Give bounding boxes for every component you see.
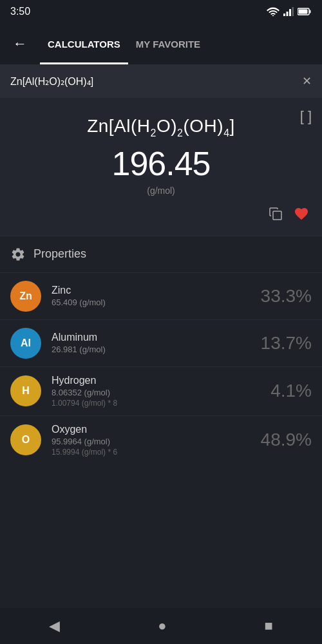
element-mass: 65.409 (g/mol) xyxy=(52,298,251,307)
nav-back-button[interactable]: ◀ xyxy=(33,612,75,639)
element-percent: 13.7% xyxy=(261,333,312,354)
signal-icon xyxy=(283,7,294,16)
svg-rect-4 xyxy=(292,7,294,16)
element-badge-zn: Zn xyxy=(10,281,41,312)
copy-button[interactable] xyxy=(268,206,283,225)
element-name: Hydrogen xyxy=(52,375,260,386)
action-buttons xyxy=(10,206,312,225)
svg-rect-2 xyxy=(287,12,289,16)
element-info-o: Oxygen 95.9964 (g/mol) 15.9994 (g/mol) *… xyxy=(52,424,251,457)
element-mass: 26.981 (g/mol) xyxy=(52,345,251,354)
element-percent: 33.3% xyxy=(261,286,312,307)
element-percent: 4.1% xyxy=(270,381,312,401)
formula-card: [ ] Zn[Al(H2O)2(OH)4] 196.45 (g/mol) xyxy=(0,98,322,236)
clear-button[interactable]: ✕ xyxy=(302,74,312,88)
bottom-nav: ◀ ● ■ xyxy=(0,608,322,644)
element-mass: 8.06352 (g/mol) xyxy=(52,388,260,397)
back-button[interactable]: ← xyxy=(10,33,30,55)
element-name: Zinc xyxy=(52,285,251,296)
svg-rect-3 xyxy=(289,9,291,16)
nav-recent-button[interactable]: ■ xyxy=(249,612,289,639)
element-item-o: O Oxygen 95.9964 (g/mol) 15.9994 (g/mol)… xyxy=(0,415,322,464)
element-mass: 95.9964 (g/mol) xyxy=(52,437,251,446)
bracket-button[interactable]: [ ] xyxy=(300,108,312,125)
status-bar: 3:50 xyxy=(0,0,322,23)
tab-my-favorite[interactable]: MY FAVORITE xyxy=(128,23,208,64)
element-name: Oxygen xyxy=(52,424,251,435)
svg-rect-8 xyxy=(273,211,281,220)
copy-icon xyxy=(268,206,283,222)
properties-title: Properties xyxy=(33,247,86,261)
element-item-al: Al Aluminum 26.981 (g/mol) 13.7% xyxy=(0,319,322,366)
element-detail: 15.9994 (g/mol) * 6 xyxy=(52,448,251,457)
status-time: 3:50 xyxy=(10,6,30,17)
svg-rect-1 xyxy=(283,14,285,16)
element-info-zn: Zinc 65.409 (g/mol) xyxy=(52,285,251,307)
search-bar: ✕ xyxy=(0,64,322,98)
element-badge-h: H xyxy=(10,375,41,406)
element-list: Zn Zinc 65.409 (g/mol) 33.3% Al Aluminum… xyxy=(0,272,322,464)
svg-rect-6 xyxy=(310,10,311,14)
unit-label: (g/mol) xyxy=(10,185,312,196)
nav-tabs: CALCULATORS MY FAVORITE xyxy=(40,23,208,64)
status-icons xyxy=(267,7,312,16)
favorite-button[interactable] xyxy=(294,206,309,225)
tab-calculators[interactable]: CALCULATORS xyxy=(40,23,128,64)
element-name: Aluminum xyxy=(52,332,251,343)
element-info-h: Hydrogen 8.06352 (g/mol) 1.00794 (g/mol)… xyxy=(52,375,260,408)
svg-point-0 xyxy=(272,15,274,17)
properties-header: Properties xyxy=(0,236,322,272)
element-info-al: Aluminum 26.981 (g/mol) xyxy=(52,332,251,354)
battery-icon xyxy=(298,8,312,15)
top-nav: ← CALCULATORS MY FAVORITE xyxy=(0,23,322,64)
molar-mass-value: 196.45 xyxy=(10,144,312,183)
element-item-zn: Zn Zinc 65.409 (g/mol) 33.3% xyxy=(0,272,322,319)
wifi-icon xyxy=(267,7,279,16)
formula-display: Zn[Al(H2O)2(OH)4] xyxy=(10,116,312,139)
element-badge-o: O xyxy=(10,424,41,455)
element-badge-al: Al xyxy=(10,328,41,359)
heart-icon xyxy=(294,206,309,222)
nav-home-button[interactable]: ● xyxy=(142,612,182,639)
element-item-h: H Hydrogen 8.06352 (g/mol) 1.00794 (g/mo… xyxy=(0,366,322,415)
element-percent: 48.9% xyxy=(261,430,312,450)
element-detail: 1.00794 (g/mol) * 8 xyxy=(52,399,260,408)
gear-icon xyxy=(10,247,26,262)
svg-rect-7 xyxy=(299,10,308,14)
search-input[interactable] xyxy=(10,75,302,87)
